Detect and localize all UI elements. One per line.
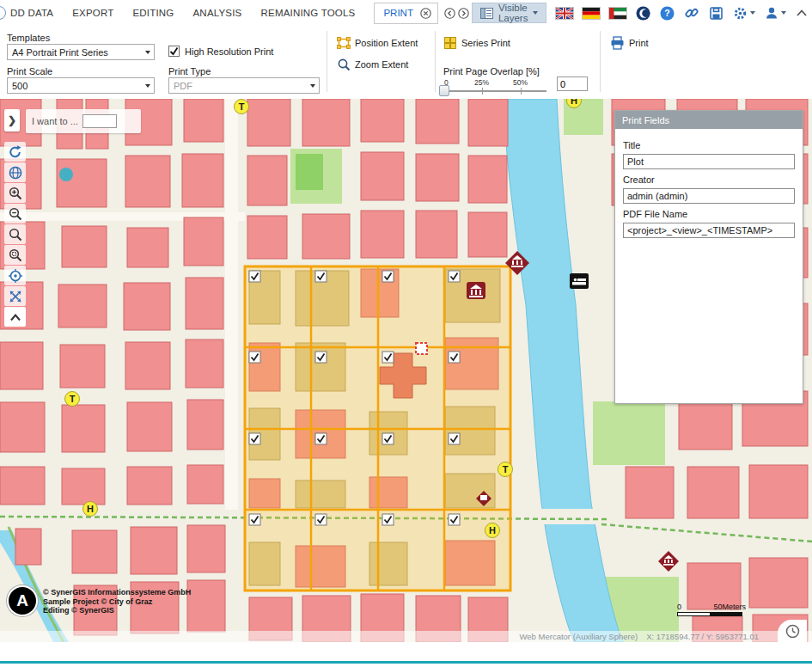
save-icon[interactable] bbox=[709, 6, 723, 21]
zoom-window-button[interactable] bbox=[4, 245, 26, 265]
clock-icon bbox=[785, 624, 800, 639]
flag-germany-icon[interactable] bbox=[583, 8, 600, 19]
zoom-in-icon bbox=[8, 186, 23, 201]
tab-print[interactable]: PRINT bbox=[374, 3, 438, 24]
printer-icon bbox=[610, 36, 625, 50]
magnifier-icon bbox=[8, 227, 23, 242]
scale-bar: 050Meters bbox=[677, 603, 751, 616]
bus-stop-icon: H bbox=[485, 523, 500, 538]
full-extent-button[interactable] bbox=[4, 162, 26, 182]
grid-cell-checkbox[interactable] bbox=[382, 433, 394, 444]
next-tools-icon[interactable] bbox=[458, 8, 469, 19]
night-mode-icon[interactable] bbox=[636, 6, 650, 21]
print-fields-header[interactable]: Print Fields bbox=[615, 111, 803, 129]
map-status-bar: Web Mercator (Auxiliary Sphere) X: 17185… bbox=[0, 631, 812, 642]
zoom-out-icon bbox=[8, 206, 23, 222]
title-label: Title bbox=[623, 140, 795, 150]
creator-label: Creator bbox=[623, 174, 795, 185]
pdf-file-name-label: PDF File Name bbox=[623, 209, 795, 219]
tick-50: 50% bbox=[513, 78, 528, 87]
chevron-down-icon bbox=[533, 11, 538, 15]
grid-cell-checkbox[interactable] bbox=[382, 271, 394, 282]
grid-cell-checkbox[interactable] bbox=[382, 352, 394, 363]
help-icon[interactable]: ? bbox=[660, 6, 675, 21]
series-grid-icon bbox=[443, 36, 457, 50]
print-type-select[interactable]: PDF bbox=[168, 77, 320, 94]
menu-remaining-tools[interactable]: REMAINING TOOLS bbox=[261, 8, 356, 18]
overlap-slider-handle[interactable] bbox=[439, 85, 449, 96]
settings-menu-button[interactable] bbox=[733, 6, 755, 21]
target-icon bbox=[8, 268, 23, 284]
collapse-toolbar-button[interactable] bbox=[4, 307, 26, 327]
expand-panel-button[interactable]: ❯ bbox=[4, 109, 20, 132]
prev-tools-icon[interactable] bbox=[444, 8, 455, 19]
history-clock-button[interactable] bbox=[778, 620, 807, 642]
grid-cell-checkbox[interactable] bbox=[249, 514, 260, 525]
chevron-down-icon bbox=[750, 11, 755, 15]
visible-layers-label: Visible Layers bbox=[498, 3, 528, 23]
share-link-icon[interactable] bbox=[684, 5, 699, 21]
title-input[interactable] bbox=[623, 154, 795, 169]
redo-view-button[interactable] bbox=[4, 142, 26, 162]
pan-mode-button[interactable] bbox=[4, 286, 26, 306]
pond bbox=[59, 168, 73, 181]
gis-app-window: DD DATA EXPORT EDITING ANALYSIS REMAININ… bbox=[0, 0, 812, 667]
creator-input[interactable] bbox=[623, 188, 795, 204]
pdf-file-name-input[interactable] bbox=[623, 223, 795, 238]
i-want-to-widget[interactable]: I want to ... bbox=[26, 109, 141, 133]
grid-cell-checkbox[interactable] bbox=[449, 514, 460, 525]
close-print-tab-icon[interactable] bbox=[420, 8, 431, 19]
templates-select[interactable]: A4 Portrait Print Series bbox=[7, 44, 155, 60]
clipped-tool-icon[interactable] bbox=[0, 6, 6, 20]
user-menu-button[interactable] bbox=[765, 6, 786, 20]
map-viewport[interactable]: T T T H H H ❯ I want to ... bbox=[0, 99, 812, 642]
grid-cell-checkbox[interactable] bbox=[382, 514, 394, 525]
print-button[interactable]: Print bbox=[610, 36, 649, 50]
grid-cell-checkbox[interactable] bbox=[315, 271, 327, 282]
grid-cell-checkbox[interactable] bbox=[449, 352, 460, 363]
visible-layers-button[interactable]: Visible Layers bbox=[472, 3, 547, 23]
center-map-button[interactable] bbox=[4, 266, 26, 285]
grid-cell-checkbox[interactable] bbox=[249, 433, 260, 444]
grid-cell-checkbox[interactable] bbox=[315, 352, 327, 363]
zoom-out-button[interactable] bbox=[4, 204, 26, 223]
user-icon bbox=[765, 6, 778, 20]
collapse-ribbon-icon[interactable] bbox=[796, 9, 808, 17]
chevron-up-icon bbox=[8, 312, 23, 322]
tram-stop-icon: T bbox=[235, 100, 249, 114]
zoom-previous-button[interactable] bbox=[4, 224, 26, 244]
i-want-to-input[interactable] bbox=[82, 114, 117, 128]
print-scale-label: Print Scale bbox=[7, 66, 52, 76]
map-toolbar bbox=[4, 142, 26, 327]
print-fields-panel: Print Fields Title Creator PDF File Name bbox=[614, 110, 803, 404]
series-print-button[interactable]: Series Print bbox=[443, 36, 510, 50]
print-ribbon: Templates A4 Portrait Print Series Print… bbox=[0, 26, 812, 99]
grid-cell-checkbox[interactable] bbox=[249, 271, 260, 282]
bus-stop-icon: H bbox=[83, 502, 98, 517]
grid-cell-checkbox[interactable] bbox=[449, 271, 460, 282]
menu-analysis[interactable]: ANALYSIS bbox=[193, 8, 242, 18]
menu-bar: DD DATA EXPORT EDITING ANALYSIS REMAININ… bbox=[0, 0, 812, 26]
refresh-icon bbox=[8, 144, 23, 160]
grid-cell-checkbox[interactable] bbox=[315, 433, 327, 444]
menu-add-data[interactable]: DD DATA bbox=[10, 8, 53, 18]
print-series-grid[interactable] bbox=[245, 266, 510, 591]
high-res-checkbox[interactable] bbox=[168, 46, 180, 57]
overlap-value-input[interactable] bbox=[557, 76, 588, 91]
position-extent-button[interactable]: Position Extent bbox=[337, 36, 418, 50]
grid-cell-checkbox[interactable] bbox=[449, 433, 460, 444]
flag-uae-icon[interactable] bbox=[609, 8, 626, 19]
grid-cell-checkbox[interactable] bbox=[249, 352, 260, 363]
overlap-slider-track[interactable] bbox=[443, 90, 546, 92]
print-scale-select[interactable]: 500 bbox=[7, 77, 155, 94]
menu-editing[interactable]: EDITING bbox=[132, 8, 174, 18]
grid-cell-checkbox[interactable] bbox=[315, 514, 327, 525]
flag-uk-icon[interactable] bbox=[556, 8, 573, 19]
expand-arrows-icon bbox=[8, 289, 23, 304]
zoom-extent-button[interactable]: Zoom Extent bbox=[337, 58, 408, 71]
menu-export[interactable]: EXPORT bbox=[72, 8, 113, 18]
projection-label: Web Mercator (Auxiliary Sphere) bbox=[520, 632, 638, 641]
zoom-in-button[interactable] bbox=[4, 183, 26, 203]
tram-stop-icon: T bbox=[498, 462, 513, 477]
svg-text:T: T bbox=[239, 101, 245, 112]
